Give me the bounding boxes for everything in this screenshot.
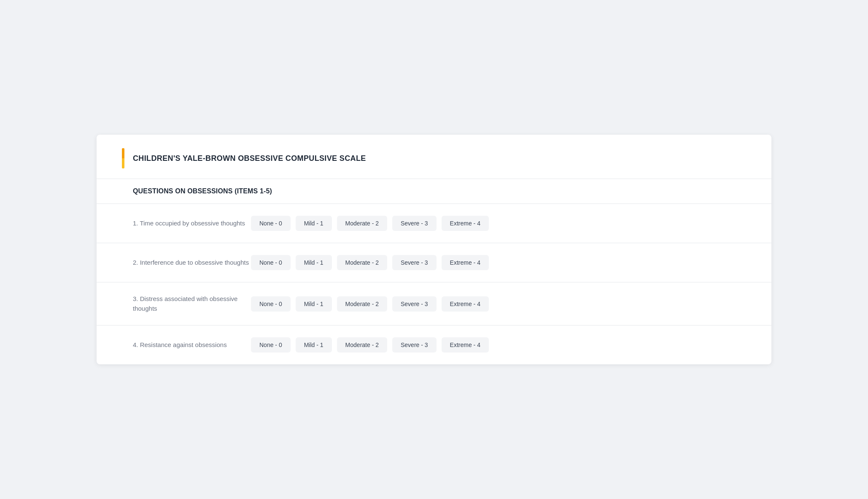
- option-button-q2_mild[interactable]: Mild - 1: [296, 255, 332, 270]
- option-button-q3_none[interactable]: None - 0: [251, 296, 291, 312]
- option-button-q4_severe[interactable]: Severe - 3: [392, 337, 437, 353]
- question-row: 2. Interference due to obsessive thought…: [97, 243, 771, 282]
- option-button-q4_moderate[interactable]: Moderate - 2: [337, 337, 387, 353]
- option-button-q1_moderate[interactable]: Moderate - 2: [337, 216, 387, 231]
- option-button-q1_extreme[interactable]: Extreme - 4: [442, 216, 489, 231]
- question-row: 4. Resistance against obsessionsNone - 0…: [97, 325, 771, 364]
- option-button-q2_moderate[interactable]: Moderate - 2: [337, 255, 387, 270]
- option-button-q1_severe[interactable]: Severe - 3: [392, 216, 437, 231]
- options-group: None - 0Mild - 1Moderate - 2Severe - 3Ex…: [251, 337, 489, 353]
- section-header: QUESTIONS ON OBSESSIONS (ITEMS 1-5): [97, 179, 771, 204]
- option-button-q2_severe[interactable]: Severe - 3: [392, 255, 437, 270]
- question-label: 1. Time occupied by obsessive thoughts: [133, 219, 251, 228]
- option-button-q3_mild[interactable]: Mild - 1: [296, 296, 332, 312]
- questions-container: 1. Time occupied by obsessive thoughtsNo…: [97, 204, 771, 364]
- options-group: None - 0Mild - 1Moderate - 2Severe - 3Ex…: [251, 216, 489, 231]
- option-button-q3_moderate[interactable]: Moderate - 2: [337, 296, 387, 312]
- option-button-q1_none[interactable]: None - 0: [251, 216, 291, 231]
- accent-bar: [122, 148, 124, 168]
- option-button-q4_none[interactable]: None - 0: [251, 337, 291, 353]
- question-label: 3. Distress associated with obsessive th…: [133, 294, 251, 313]
- option-button-q4_extreme[interactable]: Extreme - 4: [442, 337, 489, 353]
- option-button-q3_extreme[interactable]: Extreme - 4: [442, 296, 489, 312]
- section-title: QUESTIONS ON OBSESSIONS (ITEMS 1-5): [133, 187, 272, 195]
- option-button-q3_severe[interactable]: Severe - 3: [392, 296, 437, 312]
- question-row: 3. Distress associated with obsessive th…: [97, 282, 771, 325]
- option-button-q2_extreme[interactable]: Extreme - 4: [442, 255, 489, 270]
- question-label: 2. Interference due to obsessive thought…: [133, 258, 251, 268]
- card-title: CHILDREN'S YALE-BROWN OBSESSIVE COMPULSI…: [133, 154, 366, 163]
- options-group: None - 0Mild - 1Moderate - 2Severe - 3Ex…: [251, 296, 489, 312]
- question-label: 4. Resistance against obsessions: [133, 340, 251, 350]
- option-button-q4_mild[interactable]: Mild - 1: [296, 337, 332, 353]
- option-button-q1_mild[interactable]: Mild - 1: [296, 216, 332, 231]
- card-header: CHILDREN'S YALE-BROWN OBSESSIVE COMPULSI…: [97, 135, 771, 179]
- option-button-q2_none[interactable]: None - 0: [251, 255, 291, 270]
- question-row: 1. Time occupied by obsessive thoughtsNo…: [97, 204, 771, 243]
- scale-card: CHILDREN'S YALE-BROWN OBSESSIVE COMPULSI…: [97, 135, 771, 364]
- options-group: None - 0Mild - 1Moderate - 2Severe - 3Ex…: [251, 255, 489, 270]
